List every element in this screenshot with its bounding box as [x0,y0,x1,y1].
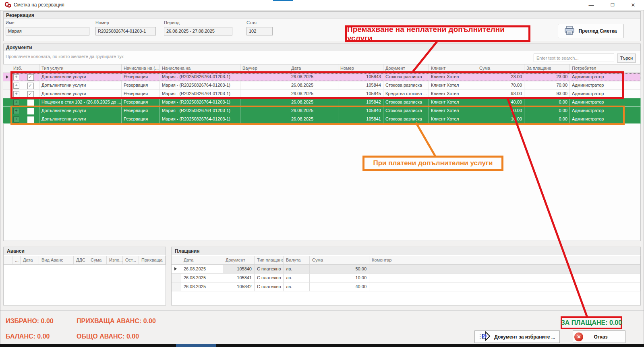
expand-row-button[interactable] [13,100,19,106]
unpaid-annotation-box: Премахване на неплатени допълнителни усл… [345,25,530,42]
advances-panel: Аванси ...ДатаВид АвансДДССумаИзпо...Ост… [3,247,166,305]
cancel-button[interactable]: ✕ Отказ [573,330,625,343]
payments-header-row: ДатаДокументТип плащанеВалутаСумаКомента… [172,256,640,265]
cell-type: С платежно [255,265,284,274]
period-field[interactable]: 26.08.2025 - 27.08.2025 [164,27,232,35]
offset-advance-total-label: ПРИХВАЩА АВАНС: 0.00 [77,318,156,325]
period-label: Период [164,20,180,25]
preview-account-button[interactable]: Преглед Сметка [558,24,623,38]
reservation-groupbox: Резервация [3,11,641,41]
cell-date: 26.08.2025 [181,283,223,291]
reservation-account-window: Сметка на резервация — ❐ ✕ Резервация Им… [0,0,644,347]
row-indicator-cell [3,115,11,124]
column-header[interactable]: Дата [21,256,39,265]
room-label: Стая [246,20,257,25]
column-header[interactable]: Прихваща [139,256,166,265]
balance-total-label: БАЛАНС: 0.00 [6,333,50,340]
restore-button[interactable]: ❐ [604,0,621,10]
row-indicator-cell [3,73,11,81]
column-header[interactable]: Тип плащане [255,256,284,265]
row-checkbox[interactable] [27,100,34,106]
close-button[interactable]: ✕ [624,0,642,10]
payments-panel: Плащания ДатаДокументТип плащанеВалутаСу… [171,247,641,305]
search-button[interactable]: Търси [617,54,636,62]
app-logo-icon [4,2,12,8]
unpaid-rows-highlight-rect [10,71,624,99]
column-header[interactable]: Дата [181,256,223,265]
paid-annotation-box: При платени допълнителни услуги [362,156,503,171]
row-indicator-cell [172,265,181,274]
top-accent-strip [273,0,293,1]
column-header[interactable]: Сума [88,256,107,265]
column-header[interactable]: Вид Аванс [39,256,74,265]
row-indicator-cell [172,274,181,283]
taskbar-edge-accent [176,344,216,347]
cell-number: 105841 [223,274,255,283]
reservation-section-title: Резервация [4,12,640,19]
search-input[interactable] [534,54,614,62]
room-field[interactable]: 102 [246,27,273,35]
window-title: Сметка на резервация [14,2,64,8]
column-header[interactable]: Ост... [123,256,139,265]
cancel-label: Отказ [594,334,607,340]
paid-rows-highlight-rect [10,106,625,125]
number-label: Номер [95,20,109,25]
cell-date: 26.08.2025 [181,265,223,274]
number-field[interactable]: R20250826764-01203-1 [95,27,156,35]
title-bar: Сметка на резервация — ❐ ✕ [0,0,644,10]
cell-number: 105840 [223,265,255,274]
cell-amount: 50.00 [310,265,369,274]
cell-type: С платежно [255,274,284,283]
svg-text:$: $ [483,334,486,339]
payment-row[interactable]: 26.08.2025105842С платежнолв.40.00 [172,283,640,291]
column-header[interactable]: Документ [223,256,255,265]
cell-amount: 40.00 [310,283,369,291]
row-indicator-cell [3,90,11,98]
row-indicator-cell [172,283,181,291]
row-indicator-cell [3,81,11,90]
cell-type: С платежно [255,283,284,291]
name-label: Име [6,20,14,25]
payment-row[interactable]: 26.08.2025105841С платежнолв.10.00 [172,274,640,283]
cell-currency: лв. [284,283,310,291]
document-for-selected-label: Документ за избраните ... [494,334,555,340]
column-header[interactable]: Сума [310,256,369,265]
advance-total-label: ОБЩО АВАНС: 0.00 [77,333,139,340]
column-header[interactable]: Изпо... [107,256,123,265]
row-indicator-header [4,256,12,265]
cell-comment [369,283,640,291]
cell-comment [369,274,640,283]
cell-date: 26.08.2025 [181,274,223,283]
printer-icon [564,26,575,37]
column-header[interactable]: Валута [284,256,310,265]
amount-due-box: ЗА ПЛАЩАНЕ: 0.00 [561,316,622,329]
advances-table: ...ДатаВид АвансДДССумаИзпо...Ост...Прих… [4,256,166,265]
row-indicator-cell [3,107,11,115]
preview-account-label: Преглед Сметка [578,28,617,34]
cell-currency: лв. [284,274,310,283]
taskbar-edge [0,344,644,347]
row-indicator-cell [3,98,11,107]
selected-total-label: ИЗБРАНО: 0.00 [6,318,54,325]
column-header[interactable]: ДДС [74,256,88,265]
document-for-selected-button[interactable]: $ Документ за избраните ... [474,330,560,343]
row-indicator-header [172,256,181,265]
column-header[interactable]: Коментар [369,256,640,265]
cancel-x-icon: ✕ [574,332,583,341]
cell-amount: 10.00 [310,274,369,283]
amount-due-label: ЗА ПЛАЩАНЕ: 0.00 [561,319,622,326]
name-field[interactable]: Мария [6,27,89,35]
document-dollar-arrow-icon: $ [479,331,491,343]
advances-section-title: Аванси [4,247,166,255]
minimize-button[interactable]: — [582,0,600,10]
cell-currency: лв. [284,265,310,274]
cell-comment [369,265,640,274]
payments-section-title: Плащания [172,247,640,255]
advances-header-row: ...ДатаВид АвансДДССумаИзпо...Ост...Прих… [4,256,166,265]
column-header[interactable]: ... [12,256,21,265]
documents-section-title: Документи [4,44,640,51]
group-by-hint: Провлачете колоната, по която желаете да… [6,54,124,59]
cell-number: 105842 [223,283,255,291]
row-indicator-header [3,64,11,73]
